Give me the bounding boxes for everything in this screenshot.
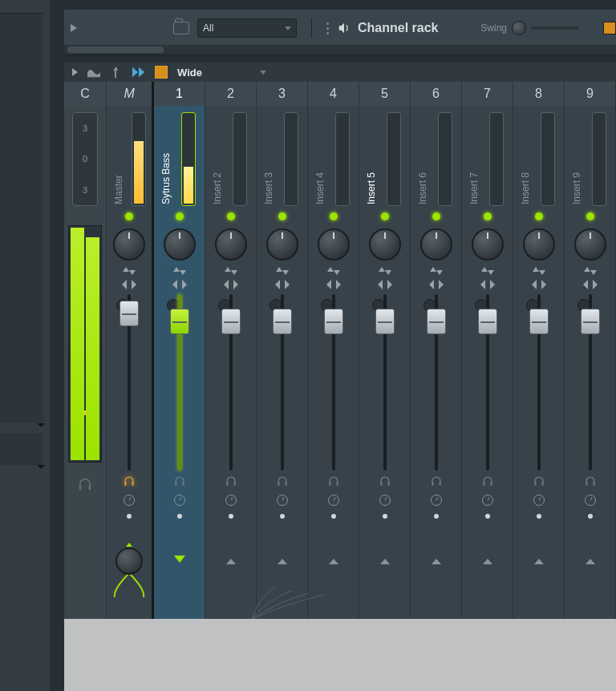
polarity-controls[interactable] <box>224 267 238 289</box>
polarity-controls[interactable] <box>480 267 495 289</box>
track-7[interactable]: Insert 7 <box>462 106 513 619</box>
folder-icon[interactable] <box>173 22 189 34</box>
headphone-icon[interactable] <box>276 475 289 487</box>
volume-fader[interactable] <box>113 294 145 471</box>
send-dot[interactable] <box>588 514 593 519</box>
fader-handle[interactable] <box>581 309 600 334</box>
browser-filter-dropdown[interactable]: All <box>197 18 297 38</box>
delay-icon[interactable] <box>533 495 545 506</box>
headphone-icon[interactable] <box>78 477 92 491</box>
track-3[interactable]: Insert 3 <box>257 106 308 619</box>
pan-knob[interactable] <box>574 228 606 261</box>
send-dot[interactable] <box>229 514 233 519</box>
header-track-5[interactable]: 5 <box>359 82 411 106</box>
track-8[interactable]: Insert 8 <box>513 106 565 619</box>
swap-icon[interactable] <box>481 267 494 275</box>
swap-icon[interactable] <box>276 267 289 275</box>
stereo-sep-icon[interactable] <box>532 280 546 289</box>
fader-handle[interactable] <box>529 309 549 334</box>
route-arrow-up-icon[interactable] <box>534 559 544 564</box>
swing-slider[interactable] <box>531 26 579 30</box>
pan-knob[interactable] <box>266 228 298 261</box>
stereo-sep-icon[interactable] <box>429 280 444 289</box>
send-dot[interactable] <box>280 514 285 519</box>
headphone-icon[interactable] <box>225 475 237 487</box>
track-4[interactable]: Insert 4 <box>308 106 359 619</box>
route-arrow-down-icon[interactable] <box>174 556 185 563</box>
headphone-icon[interactable] <box>584 475 597 487</box>
swap-icon[interactable] <box>173 267 186 275</box>
mute-led[interactable] <box>227 212 235 220</box>
route-arrow-up-icon[interactable] <box>226 559 236 564</box>
polarity-controls[interactable] <box>429 267 444 289</box>
plugin-icon[interactable] <box>110 66 123 79</box>
headphone-icon[interactable] <box>327 475 340 487</box>
route-arrow-up-icon[interactable] <box>380 559 390 564</box>
mute-led[interactable] <box>381 212 389 220</box>
mute-led[interactable] <box>484 212 492 220</box>
polarity-controls[interactable] <box>122 267 136 289</box>
output-knob[interactable] <box>116 548 143 575</box>
menu-dots-icon[interactable] <box>326 22 329 34</box>
volume-fader[interactable] <box>215 294 247 471</box>
chevron-down-icon[interactable] <box>260 71 266 75</box>
delay-icon[interactable] <box>277 495 288 506</box>
mute-led[interactable] <box>125 212 133 220</box>
stereo-sep-icon[interactable] <box>122 280 136 289</box>
header-track-1[interactable]: 1 <box>154 82 205 106</box>
polarity-controls[interactable] <box>172 267 187 289</box>
header-track-2[interactable]: 2 <box>205 82 257 106</box>
mute-led[interactable] <box>535 212 543 220</box>
route-arrow-up-icon[interactable] <box>329 559 338 564</box>
header-track-8[interactable]: 8 <box>513 82 565 106</box>
swap-icon[interactable] <box>533 267 545 275</box>
mute-led[interactable] <box>586 212 594 220</box>
pan-knob[interactable] <box>369 228 401 261</box>
track-9[interactable]: Insert 9 <box>565 106 616 619</box>
toolbar-toggle-icon[interactable] <box>603 22 616 34</box>
delay-icon[interactable] <box>379 495 391 506</box>
fader-handle[interactable] <box>478 309 497 334</box>
stereo-sep-icon[interactable] <box>378 280 392 289</box>
header-track-7[interactable]: 7 <box>462 82 513 106</box>
swap-icon[interactable] <box>123 267 136 275</box>
delay-icon[interactable] <box>124 495 135 506</box>
swap-icon[interactable] <box>379 267 391 275</box>
mute-led[interactable] <box>176 212 184 220</box>
header-track-4[interactable]: 4 <box>308 82 359 106</box>
pan-knob[interactable] <box>164 228 196 261</box>
volume-fader[interactable] <box>369 294 401 471</box>
pan-knob[interactable] <box>420 228 452 261</box>
track-6[interactable]: Insert 6 <box>411 106 462 619</box>
mute-led[interactable] <box>330 212 338 220</box>
stereo-sep-icon[interactable] <box>172 280 187 289</box>
volume-fader[interactable] <box>472 294 504 471</box>
fader-handle[interactable] <box>221 309 241 334</box>
fader-handle[interactable] <box>427 309 446 334</box>
wave-icon[interactable] <box>87 66 100 79</box>
header-control[interactable]: C <box>64 82 107 106</box>
polarity-controls[interactable] <box>326 267 341 289</box>
scrollbar-thumb[interactable] <box>67 46 164 53</box>
delay-icon[interactable] <box>225 495 237 506</box>
delay-icon[interactable] <box>174 495 185 506</box>
pan-knob[interactable] <box>215 228 247 261</box>
header-master[interactable]: M <box>107 82 154 106</box>
volume-fader[interactable] <box>523 294 555 471</box>
volume-fader[interactable] <box>420 294 452 471</box>
route-arrow-up-icon[interactable] <box>586 559 595 564</box>
horizontal-scrollbar[interactable] <box>64 45 616 55</box>
delay-icon[interactable] <box>431 495 442 506</box>
headphone-icon[interactable] <box>123 475 136 487</box>
stereo-sep-icon[interactable] <box>224 280 238 289</box>
swap-icon[interactable] <box>430 267 443 275</box>
swap-icon[interactable] <box>327 267 340 275</box>
header-track-6[interactable]: 6 <box>411 82 462 106</box>
fader-handle[interactable] <box>324 309 343 334</box>
fader-handle[interactable] <box>375 309 395 334</box>
swap-icon[interactable] <box>225 267 237 275</box>
polarity-controls[interactable] <box>378 267 392 289</box>
swing-control[interactable]: Swing <box>480 21 579 35</box>
polarity-controls[interactable] <box>532 267 546 289</box>
volume-fader[interactable] <box>164 294 196 471</box>
